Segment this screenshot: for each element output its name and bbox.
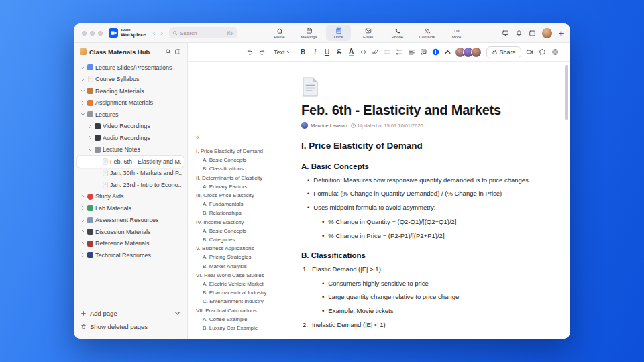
window-minimize-button[interactable] [90,31,95,36]
outline-collapse-button[interactable]: « [196,134,298,141]
add-page-button[interactable]: Add page [80,310,180,317]
sidebar-item-lecture-slides-presentations[interactable]: Lecture Slides/Presentations [77,62,184,74]
chevron-right-icon[interactable] [80,194,85,199]
panel-icon[interactable] [529,29,536,37]
tab-meetings[interactable]: Meetings [297,25,321,41]
sidebar-item-video-recordings[interactable]: Video Recordings [77,121,184,133]
doc-heading[interactable]: B. Classifications [301,251,556,259]
user-avatar[interactable] [542,28,552,38]
video-icon[interactable] [526,48,533,56]
doc-bullet[interactable]: •Uses midpoint formula to avoid asymmetr… [301,204,556,212]
italic-button[interactable]: I [310,46,321,58]
global-search-input[interactable]: Search ⌘F [169,27,237,38]
document-title[interactable]: Feb. 6th - Elasticity and Markets [301,103,556,118]
sidebar-item-reading-materials[interactable]: Reading Materials [77,85,184,97]
globe-icon[interactable] [551,48,559,56]
outline-item[interactable]: B. Luxury Car Example [196,324,298,333]
sidebar-item-assignment-materials[interactable]: Assignment Materials [77,97,184,109]
doc-bullet[interactable]: •% Change in Price = (P2-P1)/[(P2+P1)/2] [301,232,556,240]
tab-email[interactable]: Email [356,25,380,41]
doc-bullet[interactable]: •Consumers highly sensitive to price [301,280,556,288]
outline-item[interactable]: V. Business Applications [196,244,298,253]
sidebar-panel-toggle-icon[interactable] [174,48,181,55]
new-button[interactable]: + [558,29,564,38]
vertical-scrollbar[interactable] [565,65,568,120]
chevron-right-icon[interactable] [80,65,85,70]
outline-item[interactable]: II. Determinants of Elasticity [196,174,298,182]
outline-item[interactable]: B. Categories [196,235,298,244]
doc-bullet[interactable]: •Example: Movie tickets [301,307,556,315]
show-deleted-pages-button[interactable]: Show deleted pages [80,323,180,330]
chevron-right-icon[interactable] [80,218,85,223]
chevron-down-icon[interactable] [174,310,180,316]
nav-forward-button[interactable]: › [160,29,163,37]
tab-home[interactable]: Home [267,25,292,41]
screen-share-icon[interactable] [502,29,509,37]
outline-item[interactable]: III. Cross-Price Elasticity [196,191,298,200]
doc-numbered-item[interactable]: 2.Inelastic Demand (|E| < 1) [301,321,556,329]
text-style-button[interactable]: Text [270,46,294,58]
chat-icon[interactable] [539,48,546,56]
undo-button[interactable] [244,46,255,58]
chevron-right-icon[interactable] [80,229,85,234]
outline-item[interactable]: A. Basic Concepts [196,227,298,235]
chevron-right-icon[interactable] [87,135,93,140]
chevron-right-icon[interactable] [80,206,85,210]
sidebar-item-lab-materials[interactable]: Lab Materials [77,202,184,215]
doc-bullet[interactable]: •Definition: Measures how responsive qua… [301,176,556,184]
outline-item[interactable]: A. Coffee Example [196,315,298,324]
doc-heading[interactable]: I. Price Elasticity of Demand [301,141,556,151]
align-button[interactable] [407,46,417,58]
tab-phone[interactable]: Phone [385,25,410,41]
bell-icon[interactable] [515,29,523,37]
text-color-button[interactable]: A [346,46,357,58]
document-page-icon[interactable] [301,76,319,97]
window-zoom-button[interactable] [98,31,103,36]
doc-bullet[interactable]: •Large quantity change relative to price… [301,293,556,301]
bold-button[interactable]: B [298,46,309,58]
outline-item[interactable]: A. Fundamentals [196,200,298,208]
sidebar-search-icon[interactable] [165,48,172,55]
outline-item[interactable]: B. Pharmaceutical Industry [196,288,298,297]
tab-more[interactable]: More [444,25,469,41]
outline-item[interactable]: A. Electric Vehicle Market [196,280,298,288]
comment-button[interactable] [419,46,429,58]
strikethrough-button[interactable]: S [334,46,345,58]
sidebar-item-lectures[interactable]: Lectures [77,109,184,121]
outline-item[interactable]: B. Relationships [196,208,298,217]
chevron-right-icon[interactable] [80,241,85,246]
outline-item[interactable]: C. Entertainment Industry [196,297,298,306]
window-close-button[interactable] [82,31,87,36]
doc-heading[interactable]: A. Basic Concepts [301,162,556,170]
chevron-right-icon[interactable] [80,101,85,105]
sidebar-item-technical-resources[interactable]: Technical Resources [77,249,184,261]
chevron-right-icon[interactable] [80,253,85,257]
sidebar-item-feb-6th-elasticity-and-m[interactable]: Feb. 6th - Elasticity and M... [77,156,184,168]
underline-button[interactable]: U [322,46,333,58]
sidebar-item-study-aids[interactable]: Study Aids [77,191,184,203]
more-icon[interactable] [564,48,570,56]
collaborator-avatar[interactable] [471,47,482,58]
bulleted-list-icon[interactable] [382,46,393,58]
doc-bullet[interactable]: •Formula: (% Change in Quantity Demanded… [301,190,556,198]
tab-contacts[interactable]: Contacts [415,25,439,41]
outline-item[interactable]: A. Basic Concepts [196,156,298,164]
sidebar-item-jan-30th-markets-and-p[interactable]: Jan. 30th - Markets and P... [77,168,184,180]
chevron-down-icon[interactable] [80,112,85,117]
outline-item[interactable]: A. Pricing Strategies [196,253,298,261]
chevron-down-icon[interactable] [80,88,85,93]
chevron-down-icon[interactable] [87,147,93,152]
chevron-right-icon[interactable] [80,77,85,82]
code-button[interactable] [358,46,369,58]
sidebar-item-course-syllabus[interactable]: Course Syllabus [77,74,184,86]
sidebar-item-discussion-materials[interactable]: Discussion Materials [77,226,184,238]
doc-bullet[interactable]: •% Change in Quantity = (Q2-Q1)/[(Q2+Q1)… [301,218,556,226]
sidebar-item-audio-recordings[interactable]: Audio Recordings [77,132,184,144]
insert-button[interactable] [431,46,441,58]
outline-item[interactable]: A. Primary Factors [196,182,298,191]
outline-item[interactable]: B. Classifications [196,164,298,173]
sidebar-item-jan-23rd-intro-to-econo[interactable]: Jan. 23rd - Intro to Econo... [77,179,184,191]
share-button[interactable]: Share [486,46,521,58]
sidebar-item-reference-materials[interactable]: Reference Materials [77,238,184,250]
redo-button[interactable] [256,46,267,58]
